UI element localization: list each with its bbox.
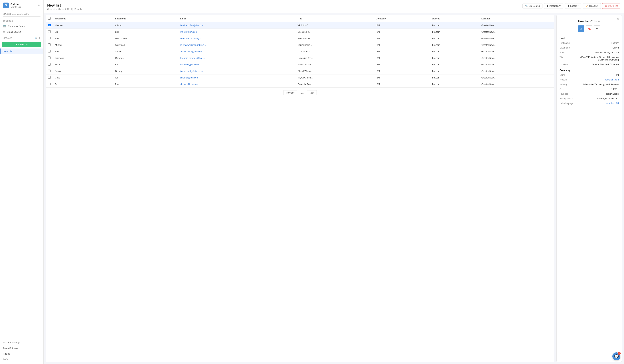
cell-company: IBM [374,48,430,55]
col-location: Location [479,15,554,22]
cell-title: VP, CTO, Fina... [295,75,374,81]
row-checkbox[interactable] [48,63,51,66]
col-company: Company [374,15,430,22]
delete-list-button[interactable]: 🗑 Delete list [602,3,620,9]
row-checkbox[interactable] [48,24,51,26]
cell-website: ibm.com [430,29,479,35]
import-csv-button[interactable]: ⬆ Import CSV [544,3,563,9]
cell-email: heather.clifton@ibm.com [178,22,295,29]
leads-table: First name Last name Email Title Company… [46,15,554,88]
cell-last-name: Weitzman [113,42,178,48]
field-label: Founded [560,93,574,95]
cell-location: Greater New ... [479,42,554,48]
lead-field-row: Last name Clifton [557,45,622,50]
field-value[interactable]: www.ibm.com [605,78,619,81]
toolbox-title: TOOLBOX [0,18,43,23]
title-group: New list Created in March 6, 2019 | 10 l… [47,3,82,11]
panel-close-button[interactable]: ✕ [617,17,619,21]
table-row[interactable]: Brien Wierchowski brien.wierchowski@ib..… [46,35,554,42]
table-row[interactable]: Tejaswini Rajwade tejaswini.rajwade@ibm.… [46,55,554,61]
next-button[interactable]: Next [307,90,317,95]
row-checkbox[interactable] [48,56,51,59]
clean-list-button[interactable]: 🧹 Clean list [583,3,601,9]
export-button[interactable]: ⬇ Export ▾ [565,3,581,9]
list-search-button[interactable]: 🔍 List Search [522,3,543,9]
faq-link[interactable]: FAQ [0,357,43,362]
brand-name: Gabriel [11,3,21,6]
search-lists-icon[interactable]: 🔍 [34,37,37,40]
field-value: Information Technology and Services [583,83,619,86]
credits-bar [3,16,41,17]
select-all-checkbox[interactable] [48,17,51,20]
cell-email: jason.demby@ibm.com [178,68,295,75]
row-checkbox[interactable] [48,76,51,79]
company-field-row: Founded Not available [557,92,622,96]
row-checkbox[interactable] [48,70,51,72]
lists-header: LISTS (1) 🔍 ⬇ [0,35,43,41]
company-search-label: Company Search [8,25,26,27]
gear-icon[interactable]: ⚙ [38,4,41,7]
table-row[interactable]: Di Zhao di.zhao@ibm.com Financial Ana...… [46,81,554,88]
cell-last-name: Clifton [113,22,178,29]
cell-website: ibm.com [430,35,479,42]
cell-email: murray.weitzman@ibm.c... [178,42,295,48]
cell-website: ibm.com [430,68,479,75]
row-checkbox[interactable] [48,30,51,33]
main-header: New list Created in March 6, 2019 | 10 l… [44,0,624,13]
new-list-button[interactable]: + New List [2,42,41,47]
cell-last-name: Butt [113,61,178,68]
lists-title: LISTS (1) [3,37,12,39]
table-row[interactable]: Fu'ad Butt fu'ad.butt@ibm.com Associate … [46,61,554,68]
email-search-label: Email Search [7,30,21,33]
field-value: Greater New York City Area [592,63,619,66]
panel-edit-button[interactable]: ✏ [594,26,600,32]
row-checkbox[interactable] [48,37,51,39]
row-checkbox[interactable] [48,50,51,52]
cell-location: Greater New ... [479,68,554,75]
row-checkbox[interactable] [48,83,51,85]
row-checkbox[interactable] [48,43,51,46]
cell-email: fu'ad.butt@ibm.com [178,61,295,68]
field-label: Website [560,78,574,81]
cell-email: brien.wierchowski@ib... [178,35,295,42]
credits-text: 71/10000 used email credit(s) [3,13,41,15]
building-icon: 🏢 [3,25,6,27]
table-row[interactable]: Anil Shankar anil.shankar@ibm.com Lead A… [46,48,554,55]
previous-button[interactable]: Previous [283,90,297,95]
page-subtitle: Created in March 6, 2019 | 10 leads [47,8,82,11]
chat-button[interactable]: 💬 1 [612,352,620,360]
download-lists-icon[interactable]: ⬇ [38,37,41,40]
cell-title: Lead AI Strat... [295,48,374,55]
team-settings-link[interactable]: Team Settings [0,345,43,351]
cell-company: IBM [374,22,430,29]
panel-save-button[interactable]: 🔖 [586,26,592,32]
clean-list-label: Clean list [589,5,598,7]
table-row[interactable]: Murray Weitzman murray.weitzman@ibm.c...… [46,42,554,48]
cell-location: Greater New ... [479,35,554,42]
broom-icon: 🧹 [586,5,588,7]
panel-email-button[interactable]: ✉ [578,26,584,32]
col-title: Title [295,15,374,22]
cell-title: VP & CMO ... [295,22,374,29]
cell-last-name: Brill [113,29,178,35]
field-label: Industry [560,83,574,86]
pricing-link[interactable]: Pricing [0,351,43,357]
cell-first-name: Jason [53,68,113,75]
cell-title: Financial Ana... [295,81,374,88]
cell-title: Senior Sales ... [295,42,374,48]
active-list-item[interactable]: New List [0,49,43,54]
sidebar-footer: Account Settings Team Settings Pricing F… [0,338,43,364]
main-content: New list Created in March 6, 2019 | 10 l… [44,0,624,364]
table-row[interactable]: Jason Demby jason.demby@ibm.com Global W… [46,68,554,75]
sidebar-item-email-search[interactable]: ✉ Email Search [0,29,43,35]
field-value: 10001+ [611,88,619,90]
table-row[interactable]: Heather Clifton heather.clifton@ibm.com … [46,22,554,29]
sidebar-item-company-search[interactable]: 🏢 Company Search [0,23,43,29]
field-value[interactable]: LinkedIn - IBM [605,102,619,105]
table-row[interactable]: Chae An chae.an@ibm.com VP, CTO, Fina...… [46,75,554,81]
account-settings-link[interactable]: Account Settings [0,340,43,345]
company-field-row: Name IBM [557,73,622,77]
table-row[interactable]: Jim Brill jim.brill@ibm.com Director, Fi… [46,29,554,35]
cell-website: ibm.com [430,22,479,29]
col-email: Email [178,15,295,22]
